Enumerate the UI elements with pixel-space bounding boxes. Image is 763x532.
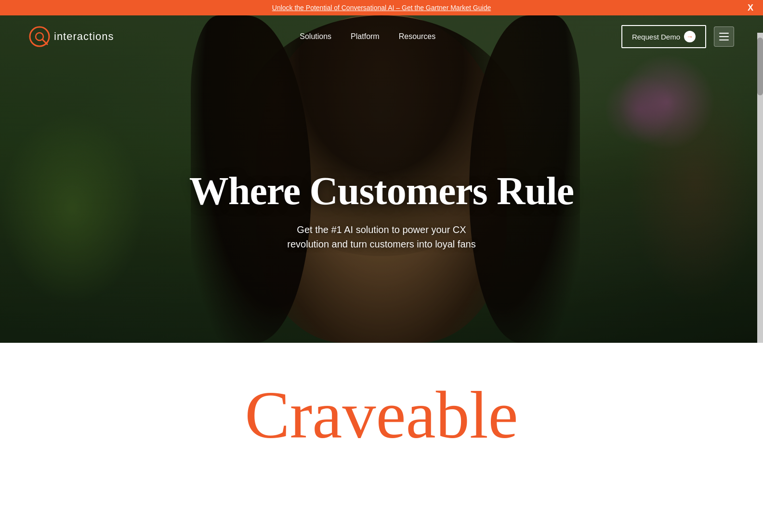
below-hero-section: Craveable (0, 343, 763, 478)
banner-link[interactable]: Unlock the Potential of Conversational A… (272, 4, 491, 12)
request-demo-label: Request Demo (632, 33, 680, 41)
hero-subtitle-line1: Get the #1 AI solution to power your CX (297, 224, 466, 235)
menu-line-1 (719, 33, 729, 34)
logo-icon (29, 26, 50, 47)
arrow-icon: → (686, 33, 693, 40)
menu-line-2 (719, 36, 729, 37)
hero-subtitle-line2: revolution and turn customers into loyal… (287, 239, 475, 249)
logo-text: interactions (54, 30, 114, 43)
menu-line-3 (719, 39, 729, 40)
nav-platform[interactable]: Platform (351, 32, 380, 40)
logo-link[interactable]: interactions (29, 26, 114, 47)
nav-right: Request Demo → (621, 25, 734, 48)
main-navigation: interactions Solutions Platform Resource… (0, 17, 763, 56)
banner-close-button[interactable]: X (748, 3, 753, 13)
hero-title: Where Customers Rule (0, 169, 763, 213)
svg-line-2 (42, 39, 47, 44)
craveable-heading: Craveable (19, 381, 744, 449)
nav-resources[interactable]: Resources (399, 32, 435, 40)
hero-subtitle: Get the #1 AI solution to power your CX … (0, 222, 763, 251)
announcement-banner: Unlock the Potential of Conversational A… (0, 0, 763, 15)
request-demo-button[interactable]: Request Demo → (621, 25, 706, 48)
arrow-circle-icon: → (684, 31, 696, 42)
hero-section: Where Customers Rule Get the #1 AI solut… (0, 15, 763, 343)
nav-solutions[interactable]: Solutions (300, 32, 331, 40)
hamburger-menu-button[interactable] (714, 26, 734, 47)
nav-links: Solutions Platform Resources (300, 32, 435, 41)
